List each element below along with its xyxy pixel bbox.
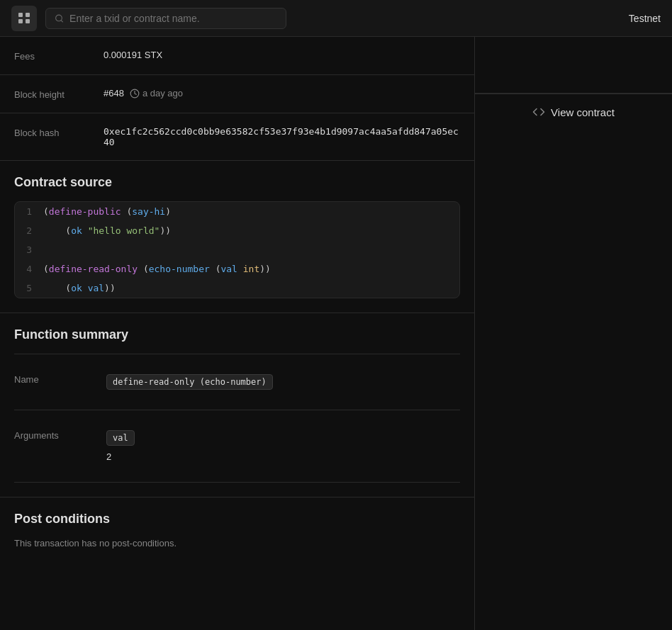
search-icon (55, 13, 64, 23)
right-sidebar: View contract (475, 37, 672, 630)
block-height-value: #648 a day ago (103, 88, 183, 99)
func-args-label: Arguments (14, 420, 106, 472)
logo-dots (18, 13, 30, 24)
network-badge: Testnet (629, 13, 661, 24)
line-code-2: (ok "hello world")) (43, 223, 171, 239)
code-line-3: 3 (15, 240, 459, 259)
block-height-row: Block height #648 a day ago (0, 75, 474, 113)
func-arg-tag: val (106, 430, 135, 446)
post-conditions-text: This transaction has no post-conditions. (14, 538, 460, 549)
line-num-1: 1 (15, 203, 43, 220)
sidebar-top-panel (475, 37, 672, 94)
func-args-row: Arguments val 2 (14, 410, 460, 483)
line-code-1: (define-public (say-hi) (43, 203, 171, 220)
logo-dot (18, 19, 23, 23)
func-name-label: Name (14, 364, 106, 400)
code-line-1: 1 (define-public (say-hi) (15, 202, 459, 221)
clock-icon (130, 89, 140, 99)
block-hash-label: Block hash (14, 126, 92, 138)
search-bar[interactable] (45, 8, 286, 29)
line-num-3: 3 (15, 242, 43, 258)
func-name-value: define-read-only (echo-number) (106, 364, 273, 400)
post-conditions-section: Post conditions This transaction has no … (0, 497, 474, 563)
view-contract-button[interactable]: View contract (475, 94, 672, 130)
block-hash-value: 0xec1fc2c562ccd0c0bb9e63582cf53e37f93e4b… (103, 126, 460, 147)
code-line-2: 2 (ok "hello world")) (15, 221, 459, 240)
post-conditions-title: Post conditions (14, 512, 460, 527)
line-num-4: 4 (15, 261, 43, 277)
fees-row: Fees 0.000191 STX (0, 37, 474, 75)
fees-label: Fees (14, 50, 92, 62)
block-hash-row: Block hash 0xec1fc2c562ccd0c0bb9e63582cf… (0, 113, 474, 161)
logo-dot (18, 13, 23, 17)
code-block: 1 (define-public (say-hi) 2 (ok "hello w… (14, 201, 460, 298)
main-layout: Fees 0.000191 STX Block height #648 a da… (0, 37, 672, 630)
function-summary-title: Function summary (14, 327, 460, 342)
func-args-value: val 2 (106, 420, 135, 472)
logo-dot (26, 19, 30, 23)
logo-dot (26, 13, 30, 17)
block-height-label: Block height (14, 88, 92, 100)
code-line-5: 5 (ok val)) (15, 279, 459, 298)
left-content: Fees 0.000191 STX Block height #648 a da… (0, 37, 475, 630)
line-code-5: (ok val)) (43, 280, 116, 296)
block-number: #648 (103, 88, 124, 99)
func-arg-number: 2 (106, 451, 135, 462)
line-code-3 (43, 242, 49, 258)
svg-line-1 (61, 20, 62, 21)
line-code-4: (define-read-only (echo-number (val int)… (43, 261, 271, 277)
line-num-2: 2 (15, 223, 43, 239)
code-brackets-icon (532, 106, 545, 118)
fees-value: 0.000191 STX (103, 50, 162, 60)
contract-source-section: Contract source 1 (define-public (say-hi… (0, 161, 474, 313)
function-summary-section: Function summary Name define-read-only (… (0, 313, 474, 497)
func-name-row: Name define-read-only (echo-number) (14, 354, 460, 410)
header-left (11, 6, 286, 31)
code-line-4: 4 (define-read-only (echo-number (val in… (15, 259, 459, 279)
func-name-tag: define-read-only (echo-number) (106, 374, 273, 390)
view-contract-label: View contract (551, 106, 615, 118)
logo-icon[interactable] (11, 6, 37, 31)
timestamp-text: a day ago (142, 88, 183, 99)
contract-source-title: Contract source (14, 175, 460, 190)
timestamp: a day ago (130, 88, 183, 99)
header: Testnet (0, 0, 672, 37)
line-num-5: 5 (15, 280, 43, 296)
search-input[interactable] (69, 13, 277, 24)
